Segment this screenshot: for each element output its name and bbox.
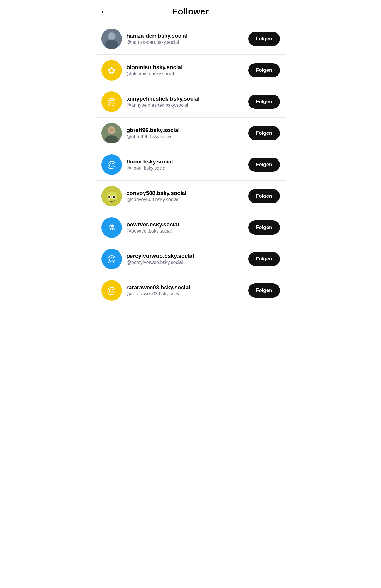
avatar: @ [101,249,122,269]
user-name: annypelmeshek.bsky.social [127,96,244,102]
user-handle: @flooui.bsky.social [127,166,244,171]
page-title: Follower [172,6,209,16]
follow-button[interactable]: Folgen [248,283,280,298]
user-name: gbrett96.bsky.social [127,127,244,133]
back-button[interactable]: ‹ [101,8,104,15]
follower-item: ⚗bowrver.bsky.social@bowrver.bsky.social… [95,212,286,243]
follower-item: ✿bloomisu.bsky.social@bloomisu.bsky.soci… [95,55,286,86]
user-name: convoy508.bsky.social [127,190,244,196]
user-info: gbrett96.bsky.social@gbrett96.bsky.socia… [127,127,244,139]
user-handle: @hamza-derr.bsky.social [127,40,244,45]
follower-item: hamza-derr.bsky.social@hamza-derr.bsky.s… [95,23,286,55]
user-handle: @rararawee03.bsky.social [127,291,244,297]
avatar: ✿ [101,60,122,81]
svg-point-3 [108,33,115,39]
follower-item: convoy508.bsky.social@convoy508.bsky.soc… [95,181,286,212]
page-header: ‹ Follower [95,0,286,23]
follow-button[interactable]: Folgen [248,158,280,172]
avatar [101,123,122,143]
follow-button[interactable]: Folgen [248,252,280,266]
user-handle: @bloomisu.bsky.social [127,71,244,76]
follower-item: @annypelmeshek.bsky.social@annypelmeshek… [95,86,286,118]
follower-item: @percyivorwoo.bsky.social@percyivorwoo.b… [95,243,286,275]
avatar: @ [101,154,122,175]
avatar [101,186,122,206]
user-info: annypelmeshek.bsky.social@annypelmeshek.… [127,96,244,108]
svg-point-12 [108,196,110,198]
follower-item: gbrett96.bsky.social@gbrett96.bsky.socia… [95,118,286,149]
follow-button[interactable]: Folgen [248,189,280,203]
user-info: convoy508.bsky.social@convoy508.bsky.soc… [127,190,244,202]
app-container: ‹ Follower hamza-derr.bsky.social@hamza-… [95,0,286,306]
user-info: bloomisu.bsky.social@bloomisu.bsky.socia… [127,64,244,76]
user-handle: @annypelmeshek.bsky.social [127,103,244,108]
avatar: ⚗ [101,217,122,238]
follow-button[interactable]: Folgen [248,63,280,77]
user-handle: @convoy508.bsky.social [127,197,244,202]
follow-button[interactable]: Folgen [248,220,280,235]
user-handle: @percyivorwoo.bsky.social [127,260,244,265]
user-name: rararawee03.bsky.social [127,284,244,291]
user-name: hamza-derr.bsky.social [127,33,244,39]
user-name: bowrver.bsky.social [127,221,244,228]
avatar: @ [101,91,122,112]
user-info: hamza-derr.bsky.social@hamza-derr.bsky.s… [127,33,244,45]
user-name: bloomisu.bsky.social [127,64,244,71]
user-info: flooui.bsky.social@flooui.bsky.social [127,158,244,171]
user-info: rararawee03.bsky.social@rararawee03.bsky… [127,284,244,297]
follow-button[interactable]: Folgen [248,32,280,46]
avatar [101,29,122,49]
user-handle: @gbrett96.bsky.social [127,134,244,139]
user-info: bowrver.bsky.social@bowrver.bsky.social [127,221,244,234]
user-name: flooui.bsky.social [127,158,244,165]
svg-point-13 [113,196,115,198]
user-handle: @bowrver.bsky.social [127,228,244,234]
user-name: percyivorwoo.bsky.social [127,253,244,259]
svg-point-7 [109,128,114,132]
follower-item: @rararawee03.bsky.social@rararawee03.bsk… [95,275,286,306]
follow-button[interactable]: Folgen [248,95,280,109]
follower-item: @flooui.bsky.social@flooui.bsky.socialFo… [95,149,286,181]
follow-button[interactable]: Folgen [248,126,280,140]
follower-list: hamza-derr.bsky.social@hamza-derr.bsky.s… [95,23,286,306]
user-info: percyivorwoo.bsky.social@percyivorwoo.bs… [127,253,244,265]
avatar: @ [101,280,122,301]
